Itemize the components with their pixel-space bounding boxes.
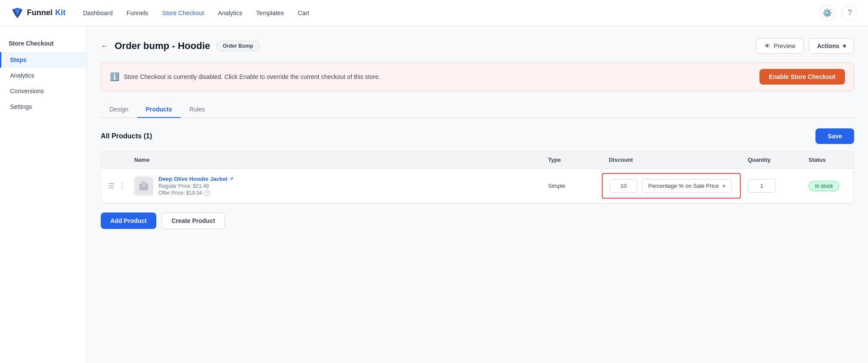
discount-type-label: Percentage % on Sale Price	[648, 183, 719, 189]
tabs-bar: Design Products Rules	[101, 101, 854, 118]
page-title-area: ← Order bump - Hoodie Order Bump	[101, 40, 260, 52]
sidebar-item-conversions[interactable]: Conversions	[0, 83, 86, 99]
nav-links: Dashboard Funnels Store Checkout Analyti…	[83, 10, 819, 16]
th-controls	[101, 151, 127, 168]
nav-store-checkout[interactable]: Store Checkout	[162, 10, 204, 16]
tab-design[interactable]: Design	[101, 101, 137, 118]
actions-label: Actions	[817, 43, 839, 49]
alert-left: ℹ️ Store Checkout is currently disabled.…	[110, 72, 380, 82]
bottom-actions: Add Product Create Product	[101, 213, 854, 229]
alert-icon: ℹ️	[110, 72, 119, 82]
sidebar-item-settings[interactable]: Settings	[0, 99, 86, 114]
alert-message: Store Checkout is currently disabled. Cl…	[124, 73, 380, 80]
svg-rect-1	[142, 184, 145, 186]
offer-price-help-icon[interactable]: ?	[204, 190, 210, 196]
eye-icon: 👁	[764, 43, 770, 49]
nav-templates[interactable]: Templates	[256, 10, 284, 16]
page-title: Order bump - Hoodie	[115, 40, 210, 52]
table-row: ☰ ⋮	[101, 169, 854, 203]
nav-analytics[interactable]: Analytics	[218, 10, 242, 16]
chevron-down-icon: ▾	[843, 43, 846, 49]
discount-cell: Percentage % on Sale Price ▾	[602, 173, 741, 199]
th-type: Type	[541, 151, 602, 168]
create-product-button[interactable]: Create Product	[162, 213, 225, 229]
th-discount: Discount	[602, 151, 741, 168]
regular-price: Regular Price: $21.49	[158, 183, 233, 189]
product-type: Simple	[548, 183, 565, 189]
sidebar-section-label: Store Checkout	[0, 36, 86, 52]
drag-handle-icon[interactable]: ☰	[108, 182, 114, 190]
nav-cart[interactable]: Cart	[298, 10, 309, 16]
tab-products[interactable]: Products	[137, 101, 181, 118]
logo-kit-text: Kit	[55, 8, 66, 17]
preview-label: Preview	[774, 43, 795, 49]
sidebar-item-steps[interactable]: Steps	[0, 52, 86, 68]
product-name-link[interactable]: Deep Olive Hoodie Jacket ↗	[158, 176, 233, 182]
products-table: Name Type Discount Quantity Status ☰ ⋮	[101, 151, 854, 204]
offer-price-text: Offer Price: $19.34	[158, 190, 202, 196]
th-quantity: Quantity	[741, 151, 802, 168]
offer-price: Offer Price: $19.34 ?	[158, 190, 233, 196]
status-badge: In stock	[809, 181, 839, 191]
quantity-input[interactable]	[748, 179, 776, 193]
nav-right-actions: ⚙️ ?	[819, 5, 858, 21]
type-cell: Simple	[541, 176, 602, 196]
help-icon-button[interactable]: ?	[842, 5, 858, 21]
table-header-row: Name Type Discount Quantity Status	[101, 151, 854, 169]
tab-rules[interactable]: Rules	[181, 101, 214, 118]
actions-button[interactable]: Actions ▾	[809, 38, 854, 54]
discount-type-select[interactable]: Percentage % on Sale Price ▾	[642, 179, 732, 193]
section-header: All Products (1) Save	[101, 128, 854, 144]
discount-type-chevron-icon: ▾	[723, 183, 725, 189]
order-bump-badge: Order Bump	[216, 41, 260, 51]
settings-icon-button[interactable]: ⚙️	[819, 5, 835, 21]
back-button[interactable]: ←	[101, 42, 109, 51]
product-name-text: Deep Olive Hoodie Jacket	[158, 176, 228, 182]
product-cell: Deep Olive Hoodie Jacket ↗ Regular Price…	[134, 176, 534, 196]
alert-banner: ℹ️ Store Checkout is currently disabled.…	[101, 62, 854, 91]
quantity-cell	[741, 172, 802, 199]
section-title: All Products (1)	[101, 132, 152, 140]
status-cell: In stock	[802, 176, 854, 196]
discount-highlighted-area: Percentage % on Sale Price ▾	[602, 173, 741, 199]
main-content: ← Order bump - Hoodie Order Bump 👁 Previ…	[87, 26, 868, 363]
top-navigation: FunnelKit Dashboard Funnels Store Checko…	[0, 0, 868, 26]
product-info: Deep Olive Hoodie Jacket ↗ Regular Price…	[158, 176, 233, 196]
save-button[interactable]: Save	[815, 128, 854, 144]
page-header: ← Order bump - Hoodie Order Bump 👁 Previ…	[101, 38, 854, 54]
th-status: Status	[802, 151, 854, 168]
th-name: Name	[127, 151, 541, 168]
sidebar: Store Checkout Steps Analytics Conversio…	[0, 26, 87, 363]
app-logo: FunnelKit	[10, 6, 66, 20]
add-product-button[interactable]: Add Product	[101, 213, 156, 229]
product-thumbnail	[134, 177, 153, 196]
header-actions: 👁 Preview Actions ▾	[756, 38, 854, 54]
discount-value-input[interactable]	[610, 179, 637, 193]
preview-button[interactable]: 👁 Preview	[756, 38, 804, 54]
nav-dashboard[interactable]: Dashboard	[83, 10, 113, 16]
product-name-cell: Deep Olive Hoodie Jacket ↗ Regular Price…	[127, 169, 541, 203]
logo-funnel-text: Funnel	[27, 8, 53, 17]
enable-store-checkout-button[interactable]: Enable Store Checkout	[759, 69, 845, 85]
nav-funnels[interactable]: Funnels	[127, 10, 149, 16]
app-layout: Store Checkout Steps Analytics Conversio…	[0, 26, 868, 363]
more-options-icon[interactable]: ⋮	[119, 182, 125, 190]
row-controls-cell: ☰ ⋮	[101, 175, 127, 197]
sidebar-item-analytics[interactable]: Analytics	[0, 68, 86, 83]
external-link-icon: ↗	[229, 176, 233, 182]
